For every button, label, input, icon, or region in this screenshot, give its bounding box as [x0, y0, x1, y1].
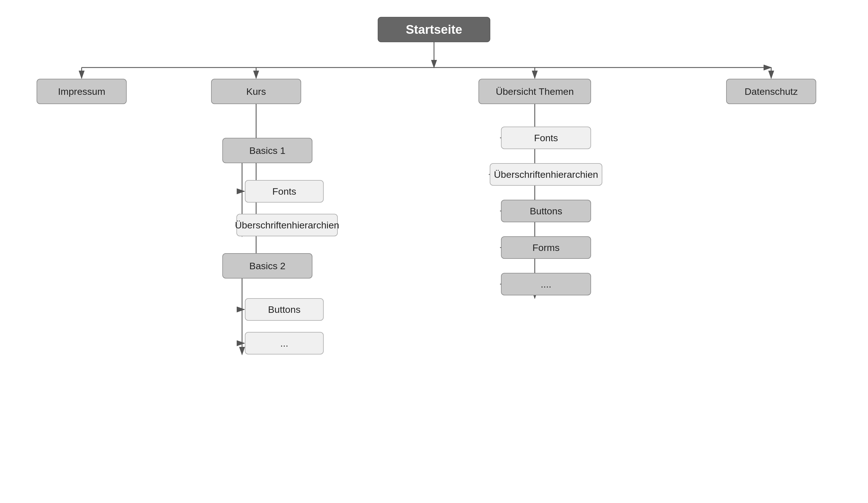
node-dots_kurs[interactable]: ...: [245, 332, 324, 355]
node-kurs[interactable]: Kurs: [211, 79, 301, 104]
node-uebersicht[interactable]: Übersicht Themen: [478, 79, 591, 104]
node-dots_ueb[interactable]: ....: [501, 273, 591, 295]
node-ueberschriften_ueb[interactable]: Überschriftenhierarchien: [490, 163, 602, 186]
node-fonts_ueb[interactable]: Fonts: [501, 127, 591, 149]
node-buttons_kurs[interactable]: Buttons: [245, 298, 324, 321]
node-basics2[interactable]: Basics 2: [223, 253, 312, 279]
node-ueberschriften_kurs[interactable]: Überschriftenhierarchien: [236, 214, 338, 236]
node-startseite[interactable]: Startseite: [378, 17, 490, 42]
node-fonts_kurs[interactable]: Fonts: [245, 180, 324, 202]
node-forms_ueb[interactable]: Forms: [501, 236, 591, 259]
node-datenschutz[interactable]: Datenschutz: [726, 79, 816, 104]
connector-lines: [0, 0, 868, 503]
diagram-container: StartseiteImpressumKursÜbersicht ThemenD…: [0, 0, 868, 503]
node-basics1[interactable]: Basics 1: [223, 138, 312, 163]
node-buttons_ueb[interactable]: Buttons: [501, 200, 591, 222]
node-impressum[interactable]: Impressum: [37, 79, 127, 104]
